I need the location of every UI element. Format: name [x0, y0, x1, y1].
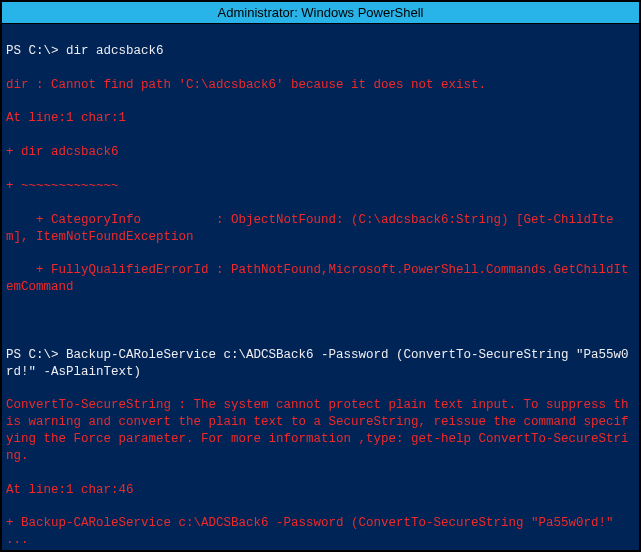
- powershell-window: Administrator: Windows PowerShell PS C:\…: [0, 0, 641, 552]
- command-text: Backup-CARoleService c:\ADCSBack6 -Passw…: [6, 348, 629, 379]
- error-line: + FullyQualifiedErrorId : PathNotFound,M…: [6, 262, 635, 296]
- error-line: + ~~~~~~~~~~~~~: [6, 178, 635, 195]
- error-line: dir : Cannot find path 'C:\adcsback6' be…: [6, 77, 635, 94]
- terminal-pane[interactable]: PS C:\> dir adcsback6 dir : Cannot find …: [2, 24, 639, 550]
- window-titlebar[interactable]: Administrator: Windows PowerShell: [2, 2, 639, 24]
- error-line: At line:1 char:1: [6, 110, 635, 127]
- error-line: ConvertTo-SecureString : The system cann…: [6, 397, 635, 465]
- error-line: + dir adcsback6: [6, 144, 635, 161]
- command-text: dir adcsback6: [66, 44, 164, 58]
- window-title: Administrator: Windows PowerShell: [218, 5, 424, 20]
- prompt: PS C:\>: [6, 348, 66, 362]
- error-line: + Backup-CARoleService c:\ADCSBack6 -Pas…: [6, 515, 635, 549]
- error-line: + CategoryInfo : ObjectNotFound: (C:\adc…: [6, 212, 635, 246]
- blank-line: [6, 313, 635, 330]
- error-line: At line:1 char:46: [6, 482, 635, 499]
- prompt: PS C:\>: [6, 44, 66, 58]
